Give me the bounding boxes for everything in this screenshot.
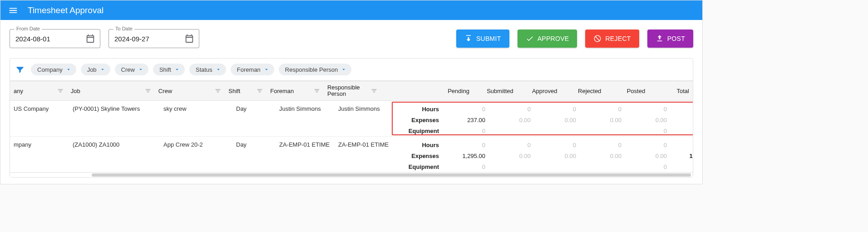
table-row[interactable]: mpany (ZA1000) ZA1000 App Crew 20-2 Day …: [10, 137, 693, 173]
calendar-icon: [184, 34, 194, 44]
chevron-down-icon: [65, 66, 72, 73]
to-date-label: To Date: [113, 26, 134, 31]
from-date-field[interactable]: From Date 2024-08-01: [10, 29, 100, 48]
submit-button[interactable]: SUBMIT: [456, 30, 509, 48]
col-crew[interactable]: Crew: [155, 81, 225, 100]
chevron-down-icon: [215, 66, 222, 73]
cell-shift: Day: [232, 137, 276, 170]
cell-shift: Day: [232, 101, 276, 134]
sort-icon: [256, 88, 263, 94]
metric-hours-label: Hours: [394, 106, 444, 113]
to-date-field[interactable]: To Date 2024-09-27: [108, 29, 199, 48]
col-responsible[interactable]: Responsible Person: [324, 81, 381, 100]
cell-foreman: Justin Simmons: [276, 101, 335, 134]
col-posted[interactable]: Posted: [605, 81, 649, 100]
to-date-value: 2024-09-27: [114, 35, 184, 43]
filter-icon[interactable]: [14, 63, 26, 76]
reject-button[interactable]: REJECT: [585, 30, 639, 48]
col-rejected[interactable]: Rejected: [561, 81, 605, 100]
sort-icon: [371, 88, 377, 94]
col-pending[interactable]: Pending: [429, 81, 473, 100]
approve-button[interactable]: APPROVE: [518, 30, 577, 48]
from-date-value: 2024-08-01: [15, 35, 85, 43]
upload-icon: [656, 35, 664, 43]
col-job[interactable]: Job: [67, 81, 155, 100]
check-icon: [526, 35, 534, 43]
sort-icon: [57, 88, 64, 94]
chip-company[interactable]: Company: [31, 64, 76, 75]
col-foreman[interactable]: Foreman: [266, 81, 324, 100]
metric-expenses-label: Expenses: [394, 153, 444, 159]
chevron-down-icon: [99, 66, 106, 73]
metric-equipment-label: Equipment: [394, 163, 444, 170]
table-row[interactable]: US Company (PY-0001) Skyline Towers sky …: [10, 101, 693, 137]
cell-company: US Company: [10, 101, 69, 134]
col-shift[interactable]: Shift: [225, 81, 266, 100]
from-date-label: From Date: [15, 26, 42, 31]
download-icon: [464, 35, 473, 43]
cell-responsible: ZA-EMP-01 ETIME: [335, 137, 394, 170]
approve-label: APPROVE: [538, 35, 569, 42]
post-label: POST: [667, 35, 685, 42]
col-submitted[interactable]: Submitted: [473, 81, 517, 100]
chevron-down-icon: [263, 66, 270, 73]
metric-hours-label: Hours: [394, 142, 444, 148]
cancel-icon: [593, 35, 602, 43]
metric-block: Hours 0 0 0 0 0 0 Expenses 1,295.00 0.00…: [394, 137, 693, 172]
submit-label: SUBMIT: [476, 35, 501, 42]
chevron-down-icon: [340, 66, 347, 73]
col-approved[interactable]: Approved: [517, 81, 561, 100]
cell-responsible: Justin Simmons: [335, 101, 394, 134]
chip-status[interactable]: Status: [189, 64, 226, 75]
cell-crew: App Crew 20-2: [160, 137, 232, 170]
col-company[interactable]: any: [10, 81, 67, 100]
chip-foreman[interactable]: Foreman: [231, 64, 274, 75]
cell-crew: sky crew: [160, 101, 232, 134]
horizontal-scrollbar[interactable]: [10, 173, 693, 177]
sort-icon: [145, 88, 151, 94]
menu-button[interactable]: [5, 2, 21, 19]
post-button[interactable]: POST: [647, 30, 693, 48]
col-total[interactable]: Total: [649, 81, 693, 100]
chip-shift[interactable]: Shift: [153, 64, 185, 75]
chip-crew[interactable]: Crew: [115, 64, 148, 75]
cell-job: (ZA1000) ZA1000: [69, 137, 160, 170]
page-title: Timesheet Approval: [28, 5, 104, 15]
metric-block-highlighted: Hours 0 0 0 0 0 0 Expenses 237.00 0.00 0…: [394, 101, 693, 136]
chip-job[interactable]: Job: [81, 64, 110, 75]
cell-job: (PY-0001) Skyline Towers: [69, 101, 160, 134]
grid-header: any Job Crew Shift Foreman Responsible P…: [10, 81, 693, 101]
sort-icon: [314, 88, 320, 94]
reject-label: REJECT: [605, 35, 631, 42]
hamburger-icon: [8, 5, 18, 15]
sort-icon: [215, 88, 221, 94]
filter-chip-row: Company Job Crew Shift Status Foreman Re…: [10, 59, 693, 81]
metric-equipment-label: Equipment: [394, 128, 444, 134]
calendar-icon: [85, 34, 95, 44]
col-metric: [381, 81, 429, 100]
chip-responsible[interactable]: Responsible Person: [279, 64, 351, 75]
chevron-down-icon: [138, 66, 144, 73]
timesheet-grid: Company Job Crew Shift Status Foreman Re…: [10, 58, 693, 178]
cell-company: mpany: [10, 137, 69, 170]
metric-expenses-label: Expenses: [394, 117, 444, 123]
cell-foreman: ZA-EMP-01 ETIME: [276, 137, 335, 170]
chevron-down-icon: [174, 66, 180, 73]
